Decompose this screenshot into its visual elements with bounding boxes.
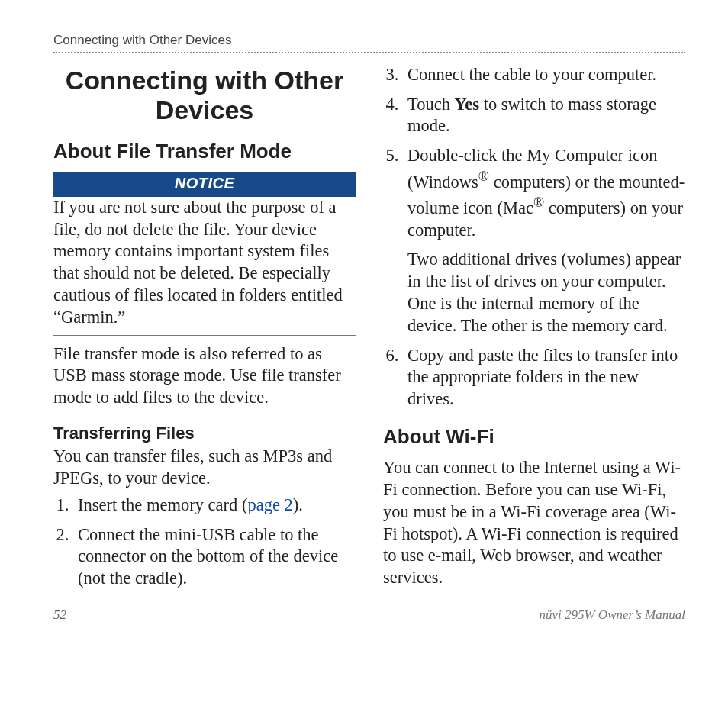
registered-mark-icon: ® [533, 194, 544, 210]
section-title-about-wifi: About Wi-Fi [383, 424, 685, 449]
step-4: Touch Yes to switch to mass storage mode… [403, 94, 685, 138]
step-3: Connect the cable to your computer. [403, 64, 685, 86]
manual-name: nüvi 295W Owner’s Manual [539, 607, 685, 623]
notice-banner: NOTICE [53, 172, 356, 197]
file-transfer-mode-description: File transfer mode is also referred to a… [53, 343, 356, 409]
running-header: Connecting with Other Devices [53, 32, 685, 49]
subsection-title-transferring-files: Transferring Files [53, 423, 356, 444]
wifi-description: You can connect to the Internet using a … [383, 457, 685, 589]
step-5: Double-click the My Computer icon (Windo… [403, 145, 685, 337]
header-divider [53, 52, 685, 53]
right-column: Connect the cable to your computer. Touc… [383, 64, 685, 598]
chapter-title: Connecting with Other Devices [53, 66, 356, 125]
section-title-file-transfer-mode: About File Transfer Mode [53, 139, 356, 164]
step-1-text-post: ). [293, 495, 303, 514]
notice-text: If you are not sure about the purpose of… [53, 197, 356, 336]
steps-list-right: Connect the cable to your computer. Touc… [383, 64, 685, 411]
two-column-layout: Connecting with Other Devices About File… [53, 64, 685, 598]
step-1: Insert the memory card (page 2). [73, 494, 356, 517]
transferring-intro: You can transfer files, such as MP3s and… [53, 446, 356, 490]
step-2: Connect the mini-USB cable to the connec… [73, 524, 356, 590]
step-4-pre: Touch [407, 95, 455, 114]
step-4-bold-yes: Yes [455, 95, 480, 114]
step-5-subnote: Two additional drives (volumes) appear i… [407, 249, 685, 337]
page-number: 52 [53, 607, 66, 623]
step-1-text-pre: Insert the memory card ( [78, 495, 247, 514]
steps-list-left: Insert the memory card (page 2). Connect… [53, 494, 356, 590]
step-6: Copy and paste the files to transfer int… [403, 345, 685, 411]
page-2-link[interactable]: page 2 [247, 495, 292, 514]
registered-mark-icon: ® [478, 168, 489, 184]
page-footer: 52 nüvi 295W Owner’s Manual [53, 607, 685, 623]
left-column: Connecting with Other Devices About File… [53, 64, 356, 598]
